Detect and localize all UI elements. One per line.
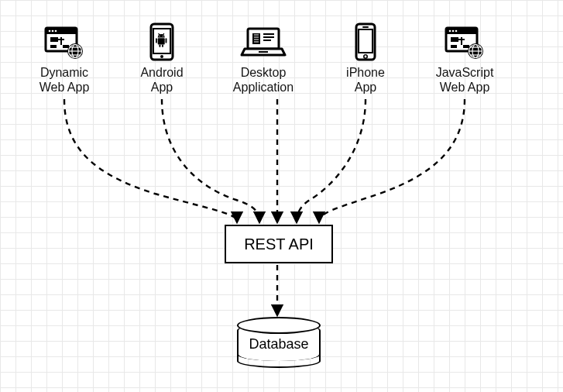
iphone-icon <box>335 22 397 62</box>
svg-point-46 <box>455 30 458 33</box>
client-iphone-app: iPhone App <box>335 22 397 95</box>
svg-rect-25 <box>162 44 163 47</box>
svg-point-44 <box>449 30 451 33</box>
svg-point-2 <box>49 30 51 33</box>
svg-rect-40 <box>362 26 369 28</box>
svg-rect-50 <box>451 45 457 48</box>
rest-api-label: REST API <box>244 236 314 253</box>
database-node: Database <box>237 324 321 361</box>
database-label: Database <box>239 336 319 352</box>
svg-point-45 <box>452 30 455 33</box>
client-label: JavaScript Web App <box>418 65 511 95</box>
svg-rect-5 <box>50 37 58 42</box>
svg-rect-8 <box>50 45 57 48</box>
client-label: Android App <box>127 65 197 95</box>
svg-point-18 <box>160 55 163 58</box>
client-dynamic-web-app: Dynamic Web App <box>22 22 107 95</box>
svg-rect-9 <box>63 45 69 48</box>
client-label: Dynamic Web App <box>22 65 107 95</box>
svg-point-26 <box>159 36 160 36</box>
svg-rect-37 <box>259 51 268 53</box>
browser-globe-icon <box>22 22 107 62</box>
svg-point-3 <box>52 30 54 33</box>
svg-point-27 <box>163 36 163 36</box>
client-android-app: Android App <box>127 22 197 95</box>
svg-point-4 <box>55 30 57 33</box>
client-label: iPhone App <box>335 65 397 95</box>
rest-api-box: REST API <box>225 225 333 263</box>
browser-globe-icon <box>418 22 511 62</box>
svg-rect-23 <box>166 38 167 43</box>
database-icon: Database <box>237 324 321 361</box>
svg-rect-24 <box>160 44 161 47</box>
client-label: Desktop Application <box>217 65 310 95</box>
svg-rect-39 <box>359 29 372 53</box>
svg-rect-47 <box>451 37 458 42</box>
svg-rect-21 <box>158 38 165 44</box>
client-javascript-web-app: JavaScript Web App <box>418 22 511 95</box>
client-desktop-app: Desktop Application <box>217 22 310 95</box>
laptop-icon <box>217 22 310 62</box>
svg-rect-22 <box>156 38 157 43</box>
android-phone-icon <box>127 22 197 62</box>
svg-rect-51 <box>463 45 469 48</box>
